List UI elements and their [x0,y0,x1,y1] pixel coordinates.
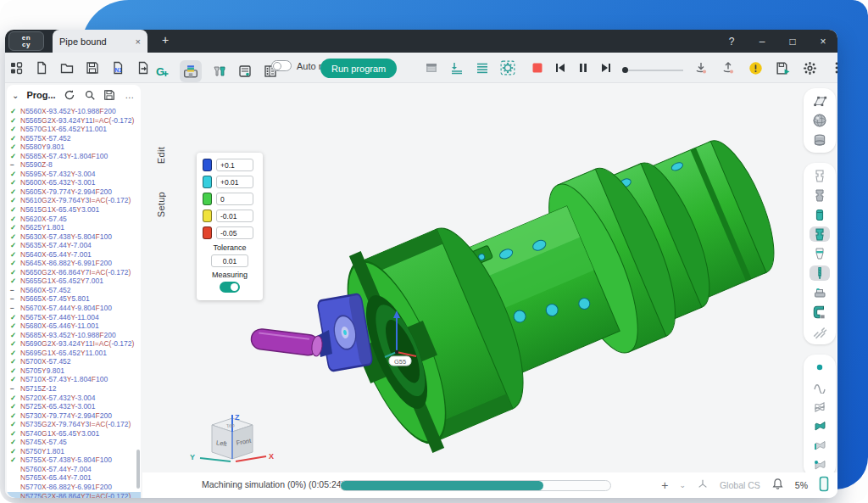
minimize-button[interactable]: – [756,36,768,48]
gcode-add-icon[interactable]: G [154,64,170,79]
gcode-line[interactable]: ✓N5605X-79.774Y-2.994F200 [7,187,141,197]
surface-point-icon[interactable] [810,457,830,472]
gcode-line[interactable]: −N5660X-57.452 [7,286,141,295]
gcode-line[interactable]: ✓N5630X-57.438Y-5.804F100 [7,232,141,242]
gcode-line[interactable]: ✓N5685X-93.452Y-10.988F200 [7,331,141,340]
save-program-icon[interactable] [103,89,116,102]
gcode-line[interactable]: N5765X-65.44Y-7.001 [7,473,141,483]
speed-slider[interactable] [622,67,683,73]
gcode-line[interactable]: −N5715Z-12 [7,384,141,394]
view-chevron-icon[interactable]: ⌄ [679,481,686,489]
settings-icon[interactable] [802,60,817,75]
gcode-line[interactable]: ✓N5725X-65.432Y-3.001 [7,402,141,411]
gcode-line[interactable]: −N5670X-57.444Y-9.804F100 [7,304,141,313]
gcode-line[interactable]: ✓N5640X-65.44Y-7.001 [7,250,141,260]
pause-icon[interactable] [576,60,591,75]
gcode-line[interactable]: ✓N5675X-57.446Y-11.004 [7,313,141,322]
stop-icon[interactable] [530,60,545,75]
panel-more-icon[interactable]: … [123,89,136,102]
machine-head-icon[interactable] [810,305,830,320]
warning-icon[interactable] [748,60,763,75]
save-and-run-icon[interactable] [775,60,790,75]
gcode-line[interactable]: ✓N5645X-86.882Y-6.991F200 [7,259,141,268]
gcode-line[interactable]: N5775G2X-86.864Y7I=AC(-0.172) [7,492,141,498]
speed-slider-handle[interactable] [622,67,628,73]
gcode-line[interactable]: ✓N5565G2X-93.424Y11I=AC(-0.172) [7,116,141,126]
gcode-line[interactable]: ✓N5680X-65.446Y-11.001 [7,321,141,331]
view-cube[interactable]: Top Left Front Y X Z [190,413,274,461]
document-tab[interactable]: Pipe bound × [53,30,147,53]
drill-tool-icon[interactable] [810,265,830,281]
all-lines-icon[interactable] [475,60,490,75]
gcode-line[interactable]: ✓N5560X-93.452Y-10.988F200 [7,107,141,116]
stock-sphere-icon[interactable] [810,113,830,128]
block-select-icon[interactable] [424,60,439,75]
open-file-icon[interactable] [59,60,75,75]
gcode-line[interactable]: ✓N5655G1X-65.452Y7.001 [7,277,141,286]
gcode-line[interactable]: ✓N5740G1X-65.45Y3.001 [7,429,141,439]
gcode-line[interactable]: ✓N5750Y1.801 [7,447,141,456]
gcode-line[interactable]: ✓N5635X-57.44Y-7.004 [7,241,141,250]
vise-icon[interactable] [810,285,830,300]
receive-program-icon[interactable] [693,60,709,75]
apps-grid-icon[interactable] [8,60,24,75]
gcode-line[interactable]: ✓N5710X-57.43Y-1.804F100 [7,375,141,384]
help-button[interactable]: ? [726,36,737,48]
gcode-line[interactable]: ✓N5650G2X-86.864Y7I=AC(-0.172) [7,268,141,277]
program-scrollbar[interactable] [136,450,140,489]
save-icon[interactable] [85,60,100,75]
tolerance-scale-value[interactable]: -0.05 [216,226,253,239]
gcode-line[interactable]: −N5665X-57.45Y5.801 [7,294,141,304]
close-tab-icon[interactable]: × [136,36,141,47]
gcode-line[interactable]: ✓N5595X-57.432Y-3.004 [7,170,141,179]
tool-holder-icon[interactable] [810,226,830,242]
zoom-level[interactable]: 5% [795,480,808,490]
gcode-line[interactable]: ✓N5575X-57.452 [7,134,141,143]
refresh-icon[interactable] [64,89,76,102]
collapse-chevron-icon[interactable]: ⌄ [12,91,19,100]
gcode-line[interactable]: ✓N5695G1X-65.452Y11.001 [7,349,141,358]
surface-filled-icon[interactable] [810,418,830,433]
material-hatch-icon[interactable] [810,324,830,339]
new-file-icon[interactable] [34,60,49,75]
gcode-line[interactable]: ✓N5625Y1.801 [7,223,141,232]
surfaces-outline-icon[interactable] [810,399,830,414]
collet-icon[interactable] [810,246,830,261]
measuring-toggle[interactable] [220,282,240,293]
simulation-mode-icon[interactable] [180,60,202,82]
run-program-button[interactable]: Run program [320,59,397,78]
workplane-icon[interactable] [810,93,830,109]
machined-part[interactable]: G55 [250,99,802,465]
gcode-line[interactable]: ✓N5700X-57.452 [7,357,141,366]
tolerance-input[interactable]: 0.01 [211,254,248,267]
auto-run-toggle[interactable] [271,60,292,71]
control-panel-icon[interactable] [237,64,253,79]
gcode-line[interactable]: ✓N5705Y9.801 [7,366,141,376]
new-tab-button[interactable]: + [158,33,173,47]
holder-solid-icon[interactable] [810,187,830,203]
gcode-line[interactable]: ✓N5620X-57.45 [7,215,141,224]
tolerance-scale-value[interactable]: +0.01 [216,176,253,188]
add-view-button[interactable]: + [661,478,668,492]
tolerance-scale-value[interactable]: +0.1 [216,159,253,171]
simulation-settings-icon[interactable] [500,60,515,75]
run-to-line-icon[interactable] [449,60,465,75]
point-display-icon[interactable] [810,360,830,375]
gcode-line[interactable]: ✓N5730X-79.774Y-2.994F200 [7,411,141,421]
more-menu-icon[interactable] [829,60,844,75]
cs-axis-icon[interactable] [697,478,709,493]
holder-outline-icon[interactable] [810,168,830,183]
gcode-line[interactable]: ✓N5690G2X-93.424Y11I=AC(-0.172) [7,339,141,349]
tool-library-icon[interactable] [212,64,227,79]
coordinate-system-label[interactable]: Global CS [720,480,760,490]
skip-end-icon[interactable] [598,60,614,75]
gcode-line[interactable]: N5770X-86.882Y-6.991F200 [7,483,141,492]
gcode-line[interactable]: ✓N5745X-57.45 [7,438,141,447]
gcode-line[interactable]: ✓N5720X-57.432Y-3.004 [7,394,141,403]
curve-display-icon[interactable] [810,379,830,394]
bell-icon[interactable] [771,478,784,494]
skip-start-icon[interactable] [553,60,568,75]
tolerance-scale-value[interactable]: -0.01 [216,210,253,222]
stock-part-icon[interactable] [810,132,830,148]
viewport-3d[interactable]: G55 Top Left Front [142,83,809,470]
